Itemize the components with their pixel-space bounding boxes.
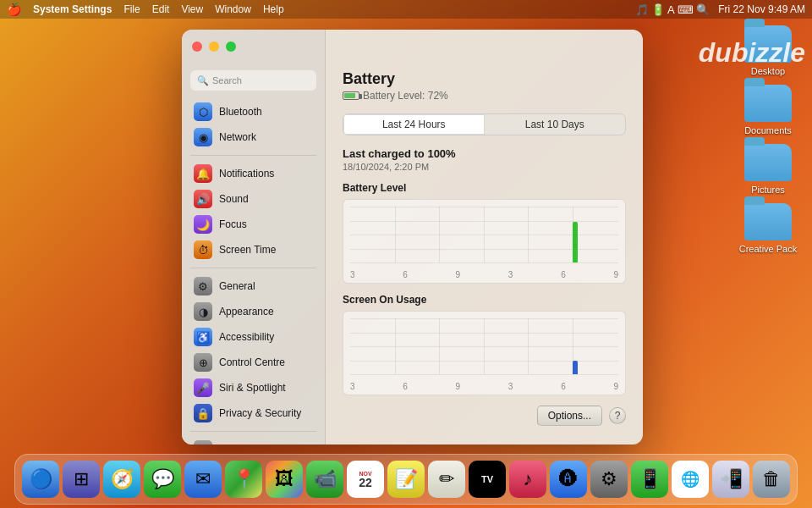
dock-item-chrome[interactable]: 🌐	[672, 461, 709, 498]
menu-file[interactable]: File	[123, 3, 140, 15]
focus-icon: 🌙	[194, 215, 212, 234]
sidebar-item-desktop-dock[interactable]: 🖥 Desktop & Dock	[185, 437, 321, 444]
bluetooth-icon: ⬡	[194, 102, 212, 121]
sidebar-divider-2	[190, 268, 316, 268]
dock-item-messages[interactable]: 💬	[144, 461, 181, 498]
dock-item-trash[interactable]: 🗑	[753, 461, 790, 498]
dock-item-maps[interactable]: 📍	[225, 461, 262, 498]
desktop-icon-pictures[interactable]: Pictures	[734, 144, 802, 195]
dock-item-mail[interactable]: ✉	[184, 461, 222, 498]
sidebar-item-screen-time[interactable]: ⏱ Screen Time	[185, 237, 321, 262]
dock-item-freeform[interactable]: ✏	[428, 461, 465, 498]
battery-level-chart: 3 6 9 3 6 9	[343, 199, 626, 284]
dock-item-launchpad[interactable]: ⊞	[63, 461, 100, 498]
folder-icon	[744, 25, 792, 63]
tab-last-24-hours[interactable]: Last 24 Hours	[343, 114, 485, 135]
desktop-icon-documents[interactable]: Documents	[734, 85, 802, 135]
dock-item-finder[interactable]: 🔵	[22, 461, 59, 498]
sidebar-label-general: General	[219, 280, 255, 292]
menubar-left: 🍎 System Settings File Edit View Window …	[7, 3, 284, 16]
minimize-button[interactable]	[209, 41, 219, 52]
desktop-icon-label: Desktop	[751, 66, 785, 76]
dock-item-notes[interactable]: 📝	[387, 461, 425, 498]
grid-vline	[439, 318, 440, 374]
battery-level-chart-label: Battery Level	[343, 182, 626, 194]
last-charged-date: 18/10/2024, 2:20 PM	[343, 162, 626, 172]
tab-last-10-days[interactable]: Last 10 Days	[485, 114, 626, 135]
menu-edit[interactable]: Edit	[152, 3, 170, 15]
dock-item-other[interactable]: 📲	[712, 461, 749, 498]
options-button[interactable]: Options...	[537, 406, 602, 426]
sidebar-item-general[interactable]: ⚙ General	[185, 273, 321, 299]
sidebar-label-sound: Sound	[219, 193, 249, 205]
dock-item-music[interactable]: ♪	[509, 461, 546, 498]
sidebar-label-accessibility: Accessibility	[219, 331, 274, 343]
dock-item-calendar[interactable]: NOV 22	[347, 461, 384, 498]
bottom-actions: Options... ?	[343, 406, 626, 426]
desktop-icon-label: Pictures	[751, 185, 785, 195]
sidebar-section-top: ⬡ Bluetooth ◉ Network 🔔 Notifications 🔊 …	[182, 99, 325, 444]
battery-panel: Battery Battery Level: 72% Last 24 Hours…	[326, 30, 643, 444]
x-label: 3	[508, 382, 513, 391]
x-label: 3	[508, 270, 513, 279]
sidebar-label-appearance: Appearance	[219, 306, 274, 318]
sidebar-item-privacy[interactable]: 🔒 Privacy & Security	[185, 400, 321, 426]
menu-view[interactable]: View	[181, 3, 203, 15]
dock-item-facetime[interactable]: 📹	[306, 461, 343, 498]
sidebar-label-bluetooth: Bluetooth	[219, 106, 262, 118]
help-button[interactable]: ?	[609, 407, 626, 424]
desktop-icon-label: Documents	[744, 125, 792, 135]
menu-help[interactable]: Help	[263, 3, 284, 15]
desktop-icon-desktop[interactable]: Desktop	[734, 25, 802, 76]
folder-icon	[744, 144, 792, 181]
menubar-icons: 🎵 🔋 A ⌨ 🔍	[635, 3, 710, 16]
network-icon: ◉	[194, 128, 212, 146]
sidebar: 🔍 Search ⬡ Bluetooth ◉ Network 🔔 Notific…	[182, 30, 326, 444]
x-label: 9	[456, 382, 461, 391]
folder-icon	[744, 85, 792, 122]
x-label: 6	[403, 270, 408, 279]
close-button[interactable]	[192, 41, 202, 52]
x-label: 9	[613, 382, 618, 391]
menu-window[interactable]: Window	[215, 3, 251, 15]
app-name[interactable]: System Settings	[33, 3, 112, 15]
x-label: 6	[561, 270, 566, 279]
search-box[interactable]: 🔍 Search	[190, 70, 316, 91]
sidebar-item-control-centre[interactable]: ⊕ Control Centre	[185, 350, 321, 375]
chart-grid-1	[350, 207, 618, 262]
grid-vline	[484, 207, 485, 262]
screen-time-icon: ⏱	[194, 240, 212, 259]
apple-menu[interactable]: 🍎	[7, 3, 21, 16]
sidebar-item-appearance[interactable]: ◑ Appearance	[185, 299, 321, 324]
dock-item-appstore[interactable]: 🅐	[550, 461, 587, 498]
usage-chart-x-labels: 3 6 9 3 6 9	[350, 382, 618, 391]
sidebar-item-focus[interactable]: 🌙 Focus	[185, 212, 321, 237]
sidebar-item-network[interactable]: ◉ Network	[185, 124, 321, 150]
sidebar-item-siri[interactable]: 🎤 Siri & Spotlight	[185, 375, 321, 400]
x-label: 9	[613, 270, 618, 279]
dock: 🔵 ⊞ 🧭 💬 ✉ 📍 🖼 📹 NOV 22 📝 ✏ TV ♪ 🅐 ⚙ 📱 🌐 …	[14, 454, 798, 505]
desktop-icon-creative-pack[interactable]: Creative Pack	[734, 203, 802, 254]
sidebar-item-accessibility[interactable]: ♿ Accessibility	[185, 324, 321, 350]
dock-item-system-prefs[interactable]: ⚙	[590, 461, 628, 498]
sidebar-item-bluetooth[interactable]: ⬡ Bluetooth	[185, 99, 321, 124]
sidebar-item-sound[interactable]: 🔊 Sound	[185, 186, 321, 212]
dock-item-photos[interactable]: 🖼	[266, 461, 303, 498]
dock-item-safari[interactable]: 🧭	[103, 461, 140, 498]
desktop-icon-label: Creative Pack	[739, 244, 797, 254]
dock-item-tv[interactable]: TV	[469, 461, 506, 498]
x-label: 3	[350, 270, 355, 279]
maximize-button[interactable]	[226, 41, 236, 52]
window-titlebar	[182, 30, 643, 64]
grid-vline	[484, 318, 485, 374]
search-icon: 🔍	[197, 75, 209, 86]
battery-subtitle: Battery Level: 72%	[343, 90, 626, 102]
sidebar-divider-1	[190, 155, 316, 156]
battery-icon-small	[343, 91, 359, 100]
sidebar-item-notifications[interactable]: 🔔 Notifications	[185, 161, 321, 186]
search-placeholder: Search	[212, 75, 242, 86]
sidebar-label-screen-time: Screen Time	[219, 244, 276, 256]
x-label: 6	[403, 382, 408, 391]
dock-item-whatsapp[interactable]: 📱	[631, 461, 668, 498]
menubar-right: 🎵 🔋 A ⌨ 🔍 Fri 22 Nov 9:49 AM	[635, 3, 805, 16]
